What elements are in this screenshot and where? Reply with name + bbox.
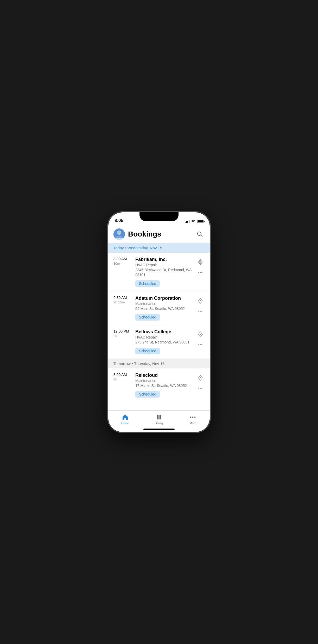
booking-address: 17 Maple St, Seattle, WA 98052 [135,383,193,388]
more-icon [198,309,203,314]
booking-duration: 2d [113,334,132,338]
header-left: Bookings [113,228,161,240]
svg-point-3 [117,231,121,234]
svg-point-20 [200,388,201,389]
avatar-image [113,228,125,240]
svg-point-7 [198,272,199,273]
status-badge: Scheduled [135,314,160,321]
booking-company: Bellows College [135,329,193,335]
navigate-button[interactable] [196,374,205,382]
svg-point-11 [198,311,199,312]
svg-point-16 [200,344,201,345]
booking-address: 54 Main St, Seattle, WA 98052 [135,306,193,311]
svg-point-14 [200,334,201,335]
avatar[interactable] [113,228,125,240]
more-dots-icon [189,414,196,420]
booking-item: 8:30 AM 30m Fabrikam, Inc. HVAC Repair 2… [108,253,210,291]
status-badge: Scheduled [135,391,160,398]
svg-point-26 [192,416,194,418]
today-header: Today • Wednesday, Nov 15 [108,243,210,253]
home-indicator [143,429,175,430]
tab-home-label: Home [121,422,129,425]
more-icon [198,270,203,275]
phone-frame: 8:05 [108,212,210,432]
booking-company: Adatum Corporation [135,296,193,301]
status-badge: Scheduled [135,280,160,287]
search-button[interactable] [195,229,205,239]
svg-point-21 [201,388,202,389]
navigate-icon [197,331,203,337]
svg-point-9 [201,272,202,273]
app-title: Bookings [128,230,161,238]
navigate-icon [197,375,203,381]
phone-screen: 8:05 [108,212,210,432]
booking-time: 8:00 AM [113,373,132,377]
more-icon [198,386,203,391]
signal-icon [185,220,189,223]
notch [139,212,179,221]
svg-line-5 [201,235,202,237]
booking-service: HVAC Repair [135,335,193,339]
tab-library[interactable]: Library [149,414,169,425]
library-icon [156,414,162,420]
booking-time: 12:00 PM [113,329,132,333]
svg-point-10 [200,300,201,301]
svg-rect-24 [160,415,161,419]
booking-duration: 30m [113,262,132,265]
search-icon [197,231,203,237]
booking-address: 2345 Birchwood Dr, Redmond, WA 98101 [135,267,193,278]
more-button[interactable] [196,307,205,315]
booking-service: HVAC Repair [135,263,193,267]
status-badge: Scheduled [135,348,160,354]
home-icon [122,414,129,420]
navigate-button[interactable] [196,297,205,305]
svg-point-8 [200,272,201,273]
status-icons [185,220,203,223]
svg-point-27 [194,416,196,418]
navigate-button[interactable] [196,330,205,339]
booking-time: 8:30 AM [113,257,132,261]
booking-item: 9:30 AM 2h 15m Adatum Corporation Mainte… [108,291,210,325]
svg-point-25 [190,416,192,418]
svg-point-6 [200,262,201,263]
svg-point-12 [200,311,201,312]
battery-icon [197,220,203,223]
more-button[interactable] [196,341,205,349]
booking-actions [196,373,205,398]
status-time: 8:05 [115,218,123,223]
booking-time: 9:30 AM [113,296,132,300]
booking-details: Fabrikam, Inc. HVAC Repair 2345 Birchwoo… [135,257,193,287]
navigate-icon [197,259,203,265]
svg-rect-22 [157,415,158,419]
app-content: Bookings Today • Wednesday, Nov 15 [108,225,210,432]
more-icon [198,342,203,347]
header: Bookings [108,225,210,243]
booking-details: Adatum Corporation Maintenance 54 Main S… [135,296,193,321]
navigate-icon [197,298,203,304]
time-column: 8:30 AM 30m [113,257,132,287]
tab-more[interactable]: More [182,414,203,425]
tab-home[interactable]: Home [115,414,136,425]
scroll-content[interactable]: Today • Wednesday, Nov 15 8:30 AM 30m Fa… [108,243,210,410]
tab-more-label: More [189,422,196,425]
booking-actions [196,329,205,354]
booking-item: 8:00 AM 2h Relecloud Maintenance 17 Mapl… [108,368,210,402]
tomorrow-header: Tomorrow • Thursday, Nov 16 [108,359,210,368]
booking-item: 12:00 PM 2d Bellows College HVAC Repair … [108,325,210,359]
svg-point-15 [198,344,199,345]
booking-service: Maintenance [135,302,193,306]
svg-point-18 [200,377,201,378]
booking-address: 273 2nd St, Redmond, WA 98051 [135,340,193,345]
svg-point-19 [198,388,199,389]
more-button[interactable] [196,268,205,277]
navigate-button[interactable] [196,258,205,266]
tab-library-label: Library [155,422,163,425]
time-column: 9:30 AM 2h 15m [113,296,132,321]
booking-company: Fabrikam, Inc. [135,257,193,262]
svg-point-13 [201,311,202,312]
booking-actions [196,296,205,321]
booking-duration: 2h 15m [113,300,132,304]
booking-actions [196,257,205,287]
more-button[interactable] [196,384,205,392]
booking-details: Bellows College HVAC Repair 273 2nd St, … [135,329,193,354]
